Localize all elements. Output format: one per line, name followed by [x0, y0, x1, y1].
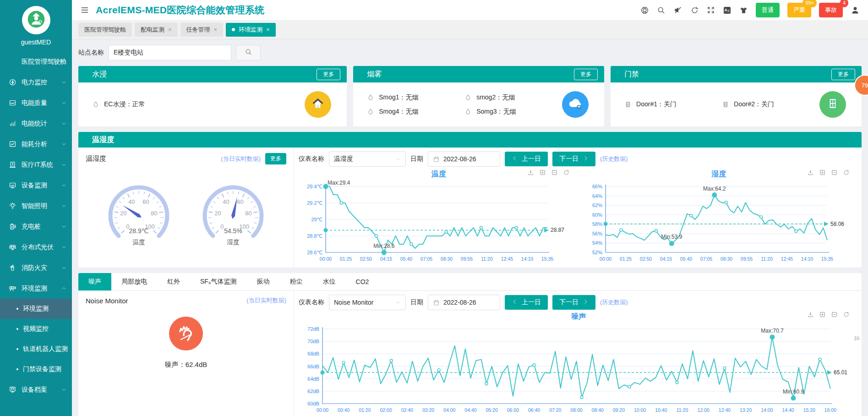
tab-water-level[interactable]: 水位 [313, 273, 346, 290]
sidebar-item-dashboard[interactable]: 医院管理驾驶舱 [0, 51, 72, 72]
humidity-line-chart[interactable]: 52%54%56%58%60%62%64%66%00:0001:2502:500… [584, 179, 854, 264]
sidebar-item-env-monitor[interactable]: 环境监测 [0, 278, 72, 299]
meter-select[interactable]: 温湿度 [329, 151, 406, 167]
meter-select[interactable]: Noise Monitor [329, 295, 406, 310]
tab-partial-discharge[interactable]: 局部放电 [111, 273, 157, 290]
th-more-button[interactable]: 更多 [265, 153, 286, 164]
zoom-box-icon[interactable] [539, 169, 546, 176]
user-icon[interactable] [851, 5, 860, 15]
help-icon[interactable] [640, 6, 649, 15]
fullscreen-icon[interactable] [707, 6, 715, 14]
close-icon[interactable]: × [168, 27, 172, 33]
sidebar-subitem-door-device[interactable]: 门禁设备监测 [0, 359, 72, 379]
noise-ear-icon [169, 317, 203, 350]
tab-noise[interactable]: 噪声 [78, 273, 111, 290]
prev-day-button[interactable]: 上一日 [505, 295, 548, 310]
smoke-status-item: Smog1：无烟 [367, 93, 464, 102]
sidebar-item-power-quality[interactable]: 电能质量 [0, 93, 72, 113]
angle-right-icon [583, 299, 589, 306]
zoom-box-icon[interactable] [819, 311, 826, 318]
svg-text:14:00: 14:00 [761, 407, 773, 413]
download-icon[interactable] [807, 311, 814, 318]
temperature-line-chart[interactable]: 28.6℃28.8℃29℃29.2℃29.4℃00:0001:2502:5004… [304, 179, 574, 264]
realtime-data-link[interactable]: (当日实时数据) [246, 296, 286, 305]
close-icon[interactable]: × [214, 27, 218, 33]
date-picker[interactable]: 2022-08-26 [428, 295, 500, 310]
sidebar-item-fire[interactable]: 消防火灾 [0, 257, 72, 278]
mute-icon[interactable] [673, 5, 682, 15]
tab-dust[interactable]: 粉尘 [280, 273, 313, 290]
next-day-button[interactable]: 下一日 [552, 295, 595, 310]
download-icon[interactable] [527, 169, 534, 176]
droplet-icon [92, 101, 99, 108]
menu-collapse-icon[interactable] [80, 5, 89, 15]
alarm-normal-button[interactable]: 普通 [756, 3, 780, 17]
tab-hospital-dashboard[interactable]: 医院管理驾驶舱 [78, 23, 132, 37]
history-data-link[interactable]: (历史数据) [600, 155, 628, 163]
svg-text:15:20: 15:20 [803, 407, 815, 413]
water-more-button[interactable]: 更多 [317, 69, 340, 80]
sidebar-item-power-monitor[interactable]: 电力监控 [0, 72, 72, 93]
noise-line-chart[interactable]: 60dB62dB64dB66dB68dB70dB72dB00:0000:4001… [300, 322, 857, 416]
sidebar-item-device-archive[interactable]: 设备档案 [0, 379, 72, 400]
svg-text:29℃: 29℃ [311, 217, 322, 222]
refresh-icon[interactable] [690, 6, 699, 15]
tab-env-monitor[interactable]: 环境监测× [226, 23, 276, 37]
tab-power-distribution[interactable]: 配电监测× [135, 23, 178, 37]
date-picker[interactable]: 2022-08-26 [428, 151, 500, 167]
restore-box-icon[interactable] [831, 311, 838, 318]
sidebar-item-device-monitor[interactable]: 设备监测 [0, 175, 72, 196]
temperature-chart-block: 温度 28.6℃28.8℃29℃29.2℃29.4℃00:0001:2502:5… [299, 168, 579, 266]
translate-icon[interactable]: A文 [723, 6, 732, 15]
sidebar-item-medical-it[interactable]: 医疗IT系统 [0, 154, 72, 175]
content-area: 站点名称 E楼变电站 水浸更多 EC水浸：正常 烟雾更多 [72, 39, 868, 416]
history-data-link[interactable]: (历史数据) [600, 298, 628, 307]
temp-humidity-section: 温湿度 温湿度 (当日实时数据) 更多 02040608010028.9℃温度 … [78, 132, 862, 268]
sidebar-item-energy-analysis[interactable]: 能耗分析 [0, 134, 72, 154]
svg-text:Max:29.4: Max:29.4 [328, 180, 350, 186]
tab-task-management[interactable]: 任务管理× [180, 23, 224, 37]
alarm-severe-button[interactable]: 严重99+ [787, 3, 811, 17]
sidebar-item-smart-lighting[interactable]: 智能照明 [0, 196, 72, 216]
site-search-button[interactable] [236, 45, 261, 60]
sidebar-item-pv[interactable]: 分布式光伏 [0, 237, 72, 257]
svg-text:15:35: 15:35 [541, 256, 553, 262]
download-icon[interactable] [807, 169, 814, 176]
reload-icon[interactable] [843, 169, 850, 176]
sidebar-item-charging-pile[interactable]: 充电桩 [0, 216, 72, 237]
archive-icon [8, 386, 16, 394]
smoke-more-button[interactable]: 更多 [574, 69, 598, 80]
svg-text:60: 60 [142, 198, 149, 205]
reload-icon[interactable] [843, 311, 850, 318]
svg-text:64dB: 64dB [307, 376, 319, 382]
tab-infrared[interactable]: 红外 [157, 273, 190, 290]
door-more-button[interactable]: 更多 [831, 69, 855, 80]
noise-section: 噪声 局部放电 红外 SF₆气体监测 振动 粉尘 水位 CO2 Noise Mo… [78, 273, 862, 416]
realtime-data-link[interactable]: (当日实时数据) [221, 155, 261, 163]
close-icon[interactable]: × [266, 27, 270, 33]
tab-co2[interactable]: CO2 [346, 273, 379, 290]
reload-icon[interactable] [563, 169, 570, 176]
avatar[interactable] [22, 6, 50, 34]
svg-text:04:40: 04:40 [464, 407, 476, 413]
tab-vibration[interactable]: 振动 [247, 273, 280, 290]
svg-text:20: 20 [120, 210, 126, 217]
sidebar-item-power-stats[interactable]: 电能统计 [0, 113, 72, 134]
svg-text:28.87: 28.87 [551, 227, 564, 233]
theme-icon[interactable] [739, 6, 748, 15]
sidebar-subitem-rail-robot[interactable]: 轨道机器人监测 [0, 339, 72, 359]
smoke-sensor-icon [464, 94, 472, 101]
datazoom-toggle-icon[interactable] [854, 335, 861, 342]
alarm-accident-button[interactable]: 事故4 [819, 3, 843, 17]
site-name-input[interactable]: E楼变电站 [109, 45, 231, 60]
sidebar-subitem-env-monitor[interactable]: 环境监测 [0, 299, 72, 319]
tab-sf6-gas[interactable]: SF₆气体监测 [190, 273, 247, 290]
door-icon [624, 101, 632, 108]
sidebar-subitem-video-monitor[interactable]: 视频监控 [0, 319, 72, 339]
zoom-box-icon[interactable] [819, 169, 826, 176]
restore-box-icon[interactable] [551, 169, 558, 176]
restore-box-icon[interactable] [831, 169, 838, 176]
search-icon[interactable] [657, 6, 666, 15]
next-day-button[interactable]: 下一日 [552, 152, 595, 166]
prev-day-button[interactable]: 上一日 [505, 152, 548, 166]
